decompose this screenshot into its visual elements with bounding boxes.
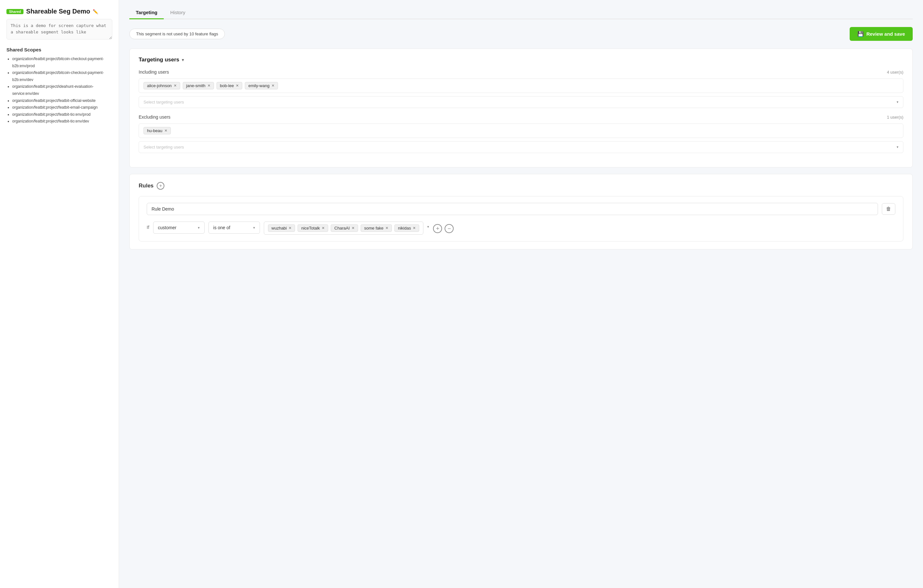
including-users-select[interactable]: Select targeting users ▾ <box>139 96 903 108</box>
user-tag: alice-johnson✕ <box>143 82 180 89</box>
excluding-label: Excluding users <box>139 115 171 120</box>
excluding-count: 1 user(s) <box>887 115 903 120</box>
shared-scopes-section: Shared Scopes organization/featbit:proje… <box>7 47 112 125</box>
scope-item: organization/featbit:project/featbit-off… <box>12 97 112 105</box>
condition-field-select[interactable]: customer ▾ <box>153 221 205 234</box>
including-users-tags: alice-johnson✕jane-smith✕bob-lee✕emily-w… <box>139 79 903 93</box>
remove-condition-button[interactable]: − <box>445 224 453 233</box>
including-count: 4 user(s) <box>887 70 903 75</box>
remove-value-tag-button[interactable]: ✕ <box>351 226 355 230</box>
scopes-list: organization/featbit:project/bitcoin-che… <box>7 56 112 125</box>
chevron-down-icon: ▾ <box>198 226 200 230</box>
save-icon: 💾 <box>857 31 864 37</box>
condition-value-tag: niceTotalk✕ <box>297 224 328 232</box>
scopes-title: Shared Scopes <box>7 47 112 52</box>
chevron-down-icon: ▾ <box>427 221 429 229</box>
user-tag: bob-lee✕ <box>217 82 242 89</box>
rule-name-input[interactable] <box>147 203 878 215</box>
remove-tag-button[interactable]: ✕ <box>207 84 210 88</box>
sidebar-header: Shared Shareable Seg Demo ✏️ <box>7 8 112 15</box>
rule-name-row: 🗑 <box>147 203 895 215</box>
scope-item: organization/featbit:project/featbit-tio… <box>12 111 112 118</box>
review-save-button[interactable]: 💾 Review and save <box>850 27 913 41</box>
edit-icon[interactable]: ✏️ <box>93 9 98 14</box>
including-users-row: Including users 4 user(s) <box>139 69 903 75</box>
chevron-down-icon[interactable]: ▾ <box>182 57 184 62</box>
tab-history[interactable]: History <box>164 7 192 19</box>
shared-badge: Shared <box>7 9 23 14</box>
remove-value-tag-button[interactable]: ✕ <box>289 226 291 230</box>
sidebar: Shared Shareable Seg Demo ✏️ This is a d… <box>0 0 119 588</box>
condition-value-tag: nikidas✕ <box>394 224 419 232</box>
condition-operator-select[interactable]: is one of ▾ <box>209 221 260 234</box>
condition-value-tag: wuzhabi✕ <box>268 224 295 232</box>
chevron-down-icon: ▾ <box>897 100 898 104</box>
main-content: Targeting History This segment is not us… <box>119 0 923 588</box>
user-tag: jane-smith✕ <box>183 82 214 89</box>
tab-bar: Targeting History <box>129 7 913 19</box>
rules-header: Rules + <box>139 182 903 190</box>
rules-title: Rules <box>139 183 153 189</box>
including-label: Including users <box>139 69 169 75</box>
rule-actions: + − <box>433 221 453 233</box>
remove-value-tag-button[interactable]: ✕ <box>413 226 416 230</box>
remove-value-tag-button[interactable]: ✕ <box>322 226 325 230</box>
add-condition-button[interactable]: + <box>433 224 442 233</box>
if-label: If <box>147 221 149 230</box>
remove-tag-button[interactable]: ✕ <box>174 84 177 88</box>
remove-value-tag-button[interactable]: ✕ <box>386 226 388 230</box>
add-rule-button[interactable]: + <box>157 182 164 190</box>
top-bar: This segment is not used by 10 feature f… <box>129 27 913 41</box>
scope-item: organization/featbit:project/featbit-tio… <box>12 118 112 125</box>
user-tag: emily-wang✕ <box>245 82 278 89</box>
chevron-down-icon: ▾ <box>897 145 898 149</box>
rule-condition-row: If customer ▾ is one of ▾ wuzhabi✕niceTo… <box>147 221 895 235</box>
description-textarea[interactable]: This is a demo for screen capture what a… <box>7 19 112 39</box>
condition-value-tag: CharaAI✕ <box>331 224 358 232</box>
scope-item: organization/featbit:project/ideahunt-ev… <box>12 83 112 97</box>
remove-tag-button[interactable]: ✕ <box>164 129 167 133</box>
remove-tag-button[interactable]: ✕ <box>271 84 274 88</box>
targeting-users-title: Targeting users <box>139 57 179 63</box>
user-tag: hu-beau✕ <box>143 127 171 134</box>
rules-section: Rules + 🗑 If customer ▾ is one of ▾ <box>129 174 913 249</box>
excluding-users-select[interactable]: Select targeting users ▾ <box>139 141 903 153</box>
remove-tag-button[interactable]: ✕ <box>236 84 239 88</box>
chevron-down-icon: ▾ <box>253 226 255 230</box>
targeting-users-header: Targeting users ▾ <box>139 57 903 63</box>
delete-rule-button[interactable]: 🗑 <box>882 203 895 215</box>
sidebar-title: Shareable Seg Demo <box>26 8 90 15</box>
condition-values-area: wuzhabi✕niceTotalk✕CharaAI✕some fake✕nik… <box>264 221 424 235</box>
rule-item: 🗑 If customer ▾ is one of ▾ wuzhabi✕nice… <box>139 196 903 241</box>
scope-item: organization/featbit:project/featbit-ema… <box>12 104 112 111</box>
condition-value-tag: some fake✕ <box>361 224 392 232</box>
excluding-users-tags: hu-beau✕ <box>139 123 903 138</box>
excluding-users-row: Excluding users 1 user(s) <box>139 115 903 120</box>
scope-item: organization/featbit:project/bitcoin-che… <box>12 56 112 69</box>
tab-targeting[interactable]: Targeting <box>129 7 164 19</box>
targeting-users-section: Targeting users ▾ Including users 4 user… <box>129 49 913 167</box>
scope-item: organization/featbit:project/bitcoin-che… <box>12 69 112 83</box>
segment-notice: This segment is not used by 10 feature f… <box>129 29 225 39</box>
